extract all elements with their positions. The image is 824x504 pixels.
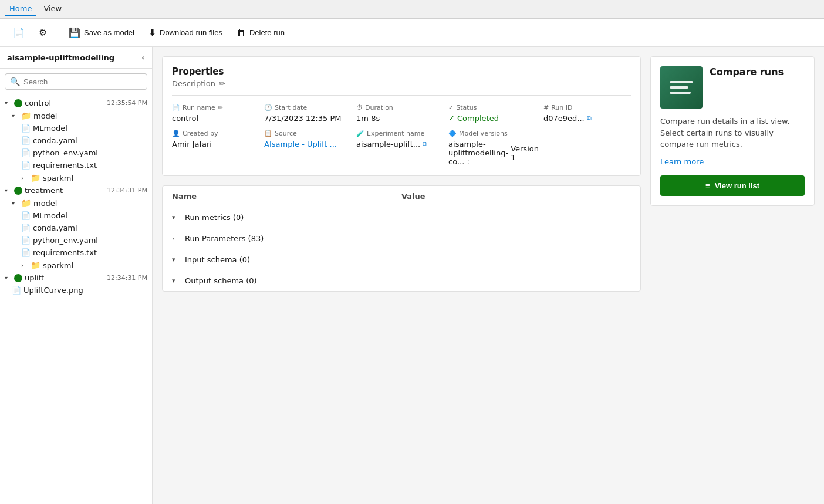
menu-home[interactable]: Home bbox=[5, 2, 36, 16]
folder-icon: 📁 bbox=[21, 198, 31, 208]
prop-label-model-versions: 🔷 Model versions bbox=[448, 130, 539, 137]
delete-run-label: Delete run bbox=[249, 28, 285, 37]
compare-runs-card: Compare runs Compare run details in a li… bbox=[650, 56, 815, 206]
col-value-header: Value bbox=[401, 192, 631, 201]
metrics-row-output-schema[interactable]: ▾ Output schema (0) bbox=[163, 270, 640, 291]
chevron-right-icon: › bbox=[21, 262, 28, 269]
row-label-input-schema: Input schema (0) bbox=[185, 255, 250, 264]
tree-file-conda1[interactable]: 📄 conda.yaml bbox=[0, 134, 152, 147]
tree-file-conda2[interactable]: 📄 conda.yaml bbox=[0, 222, 152, 234]
experiment-icon: 🧪 bbox=[356, 130, 364, 137]
metrics-row-run-parameters[interactable]: › Run Parameters (83) bbox=[163, 228, 640, 249]
new-button[interactable]: 📄 bbox=[7, 23, 31, 42]
learn-more-link[interactable]: Learn more bbox=[660, 157, 805, 166]
save-model-button[interactable]: 💾 Save as model bbox=[63, 23, 140, 42]
tree-label-mlmodel2: MLmodel bbox=[33, 211, 147, 220]
download-run-files-label: Download run files bbox=[160, 28, 222, 37]
compare-line-3 bbox=[670, 92, 691, 94]
prop-value-source[interactable]: AIsample - Uplift ... bbox=[264, 140, 352, 148]
compare-lines bbox=[665, 76, 698, 99]
prop-value-run-id: d07e9ed... ⧉ bbox=[543, 114, 631, 123]
prop-value-model-versions: aisample-upliftmodelling-co... : Version… bbox=[448, 140, 539, 166]
prop-value-created-by: Amir Jafari bbox=[172, 140, 259, 148]
delete-run-button[interactable]: 🗑 Delete run bbox=[231, 24, 291, 42]
copy-experiment-icon[interactable]: ⧉ bbox=[423, 140, 427, 148]
compare-header: Compare runs bbox=[660, 66, 805, 109]
prop-label-run-id: # Run ID bbox=[543, 104, 631, 111]
download-run-files-button[interactable]: ⬇ Download run files bbox=[143, 23, 228, 42]
status-icon: ✓ bbox=[448, 104, 454, 111]
prop-run-id: # Run ID d07e9ed... ⧉ bbox=[543, 104, 631, 123]
search-box[interactable]: 🔍 bbox=[5, 73, 147, 90]
file-icon: 📄 bbox=[21, 224, 31, 232]
prop-duration: ⏱ Duration 1m 8s bbox=[356, 104, 444, 123]
folder-icon: 📁 bbox=[31, 261, 40, 270]
status-green-icon bbox=[14, 187, 22, 195]
tree-file-req1[interactable]: 📄 requirements.txt bbox=[0, 159, 152, 171]
view-run-list-button[interactable]: ≡ View run list bbox=[660, 175, 805, 196]
edit-run-name-icon[interactable]: ✏ bbox=[218, 104, 223, 111]
prop-start-date: 🕐 Start date 7/31/2023 12:35 PM bbox=[264, 104, 352, 123]
prop-label-run-name: 📄 Run name ✏ bbox=[172, 104, 259, 111]
settings-button[interactable]: ⚙ bbox=[33, 23, 53, 42]
toolbar: 📄 ⚙ 💾 Save as model ⬇ Download run files… bbox=[0, 19, 824, 47]
tree-run-treatment[interactable]: ▾ treatment 12:34:31 PM bbox=[0, 184, 152, 197]
chevron-down-icon: ▾ bbox=[5, 187, 12, 194]
tree-run-control[interactable]: ▾ control 12:35:54 PM bbox=[0, 97, 152, 109]
collapse-sidebar-icon[interactable]: ‹ bbox=[141, 53, 145, 62]
file-icon: 📄 bbox=[21, 211, 31, 220]
tree-file-python2[interactable]: 📄 python_env.yaml bbox=[0, 234, 152, 246]
compare-runs-title: Compare runs bbox=[710, 66, 784, 77]
prop-created-by: 👤 Created by Amir Jafari bbox=[172, 130, 259, 166]
tree-file-mlmodel1[interactable]: 📄 MLmodel bbox=[0, 122, 152, 134]
status-green-icon bbox=[14, 99, 22, 107]
toolbar-separator-1 bbox=[58, 26, 58, 40]
prop-value-duration: 1m 8s bbox=[356, 114, 444, 123]
tree-label-control: control bbox=[25, 99, 104, 107]
tree-file-python1[interactable]: 📄 python_env.yaml bbox=[0, 147, 152, 159]
separator bbox=[172, 95, 631, 96]
file-icon: 📄 bbox=[12, 286, 21, 295]
list-icon: ≡ bbox=[705, 181, 710, 190]
tree-label-conda1: conda.yaml bbox=[33, 136, 147, 145]
tree-folder-sparkml1[interactable]: › 📁 sparkml bbox=[0, 171, 152, 184]
content-main: Properties Description ✏ 📄 Run name ✏ co… bbox=[162, 56, 641, 292]
tree-folder-sparkml2[interactable]: › 📁 sparkml bbox=[0, 259, 152, 272]
metrics-row-run-metrics[interactable]: ▾ Run metrics (0) bbox=[163, 207, 640, 228]
chevron-down-icon: ▾ bbox=[5, 100, 12, 106]
hash-icon: # bbox=[543, 104, 549, 111]
col-name-header: Name bbox=[172, 192, 401, 201]
copy-run-id-icon[interactable]: ⧉ bbox=[587, 114, 592, 122]
prop-label-source: 📋 Source bbox=[264, 130, 352, 137]
status-green-icon bbox=[14, 274, 22, 282]
metrics-row-input-schema[interactable]: ▾ Input schema (0) bbox=[163, 249, 640, 270]
tree-file-upliftcurve[interactable]: 📄 UpliftCurve.png bbox=[0, 284, 152, 296]
chevron-down-icon: ▾ bbox=[172, 277, 180, 285]
menu-bar: Home View bbox=[0, 0, 824, 19]
properties-description: Description ✏ bbox=[172, 79, 631, 88]
tree-folder-model-control[interactable]: ▾ 📁 model bbox=[0, 109, 152, 122]
tree-folder-model-treatment[interactable]: ▾ 📁 model bbox=[0, 197, 152, 209]
chevron-down-icon: ▾ bbox=[172, 256, 180, 263]
chevron-down-icon: ▾ bbox=[5, 275, 12, 281]
run-name-icon: 📄 bbox=[172, 104, 180, 111]
user-icon: 👤 bbox=[172, 130, 180, 137]
prop-label-experiment: 🧪 Experiment name bbox=[356, 130, 444, 137]
description-label: Description bbox=[172, 79, 215, 88]
tree-run-uplift[interactable]: ▾ uplift 12:34:31 PM bbox=[0, 272, 152, 284]
tree-time-control: 12:35:54 PM bbox=[107, 99, 147, 107]
search-input[interactable] bbox=[23, 77, 142, 86]
chevron-down-icon: ▾ bbox=[12, 113, 19, 119]
folder-icon: 📁 bbox=[21, 111, 31, 120]
timer-icon: ⏱ bbox=[356, 104, 363, 111]
row-label-run-parameters: Run Parameters (83) bbox=[185, 234, 264, 243]
tree-file-mlmodel2[interactable]: 📄 MLmodel bbox=[0, 209, 152, 222]
tree-label-sparkml1: sparkml bbox=[43, 174, 147, 182]
properties-grid: 📄 Run name ✏ control 🕐 Start date 7/31/2… bbox=[172, 104, 631, 166]
tree-file-req2[interactable]: 📄 requirements.txt bbox=[0, 246, 152, 259]
menu-view[interactable]: View bbox=[39, 2, 66, 16]
content-area: Properties Description ✏ 📄 Run name ✏ co… bbox=[153, 47, 824, 504]
prop-label-start-date: 🕐 Start date bbox=[264, 104, 352, 111]
edit-description-icon[interactable]: ✏ bbox=[219, 79, 225, 88]
tree-label-conda2: conda.yaml bbox=[33, 224, 147, 232]
